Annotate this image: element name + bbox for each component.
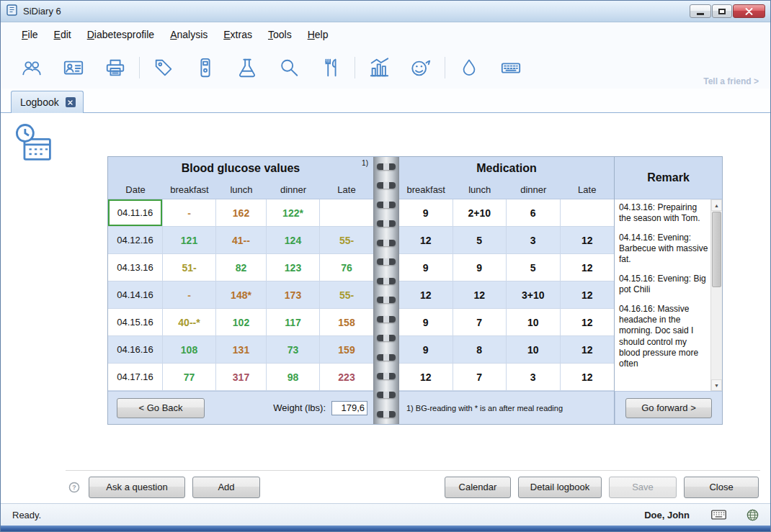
- bg-value-cell[interactable]: 158: [320, 309, 373, 336]
- bg-value-cell[interactable]: 148*: [216, 281, 267, 309]
- bg-value-cell[interactable]: 76: [320, 254, 373, 281]
- date-cell[interactable]: 04.16.16: [108, 336, 163, 364]
- bg-value-cell[interactable]: 51-: [163, 254, 216, 281]
- med-value-cell[interactable]: 12: [561, 281, 615, 309]
- printer-icon[interactable]: [103, 55, 128, 80]
- bg-value-cell[interactable]: 102: [216, 309, 267, 336]
- bg-value-cell[interactable]: 40--*: [163, 309, 216, 336]
- smiley-icon[interactable]: [409, 55, 433, 80]
- date-cell[interactable]: 04.17.16: [108, 364, 163, 391]
- help-icon[interactable]: ?: [68, 482, 80, 493]
- remark-scrollbar[interactable]: ▲ ▼: [710, 199, 722, 391]
- add-button[interactable]: Add: [192, 477, 260, 498]
- bg-value-cell[interactable]: 124: [267, 227, 320, 254]
- date-cell[interactable]: 04.11.16: [108, 199, 163, 227]
- bg-value-cell[interactable]: 173: [267, 281, 320, 309]
- bg-value-cell[interactable]: 55-: [320, 227, 373, 254]
- med-value-cell[interactable]: 3: [507, 227, 561, 254]
- menu-item-analysis[interactable]: Analysis: [162, 25, 215, 44]
- bg-value-cell[interactable]: -: [163, 281, 216, 309]
- scrollbar-thumb[interactable]: [712, 212, 721, 287]
- med-value-cell[interactable]: 12: [399, 227, 453, 254]
- date-cell[interactable]: 04.15.16: [108, 309, 163, 336]
- bg-value-cell[interactable]: 121: [163, 227, 216, 254]
- go-forward-button[interactable]: Go forward >: [625, 398, 712, 418]
- med-value-cell[interactable]: 10: [507, 336, 561, 364]
- med-value-cell[interactable]: 10: [507, 309, 561, 336]
- bg-value-cell[interactable]: 159: [320, 336, 373, 364]
- med-value-cell[interactable]: 12: [399, 364, 453, 391]
- weight-input[interactable]: [331, 401, 367, 415]
- med-value-cell[interactable]: 12: [561, 254, 615, 281]
- tab-logbook[interactable]: Logbook: [11, 91, 84, 113]
- med-value-cell[interactable]: 12: [561, 364, 615, 391]
- bg-value-cell[interactable]: 73: [267, 336, 320, 364]
- clock-calendar-icon[interactable]: [14, 123, 54, 166]
- med-value-cell[interactable]: 5: [453, 227, 507, 254]
- bg-value-cell[interactable]: 108: [163, 336, 216, 364]
- med-value-cell[interactable]: 12: [561, 227, 615, 254]
- scroll-up-icon[interactable]: ▲: [711, 199, 722, 211]
- bg-value-cell[interactable]: 77: [163, 364, 216, 391]
- device-icon[interactable]: [193, 55, 218, 80]
- bg-value-cell[interactable]: 317: [216, 364, 267, 391]
- med-value-cell[interactable]: 9: [453, 254, 507, 281]
- close-window-button[interactable]: [733, 4, 765, 18]
- minimize-button[interactable]: [690, 4, 711, 18]
- statistics-icon[interactable]: [367, 55, 391, 80]
- calendar-button[interactable]: Calendar: [445, 477, 511, 498]
- bg-value-cell[interactable]: 98: [267, 364, 320, 391]
- med-value-cell[interactable]: 7: [453, 309, 507, 336]
- menu-item-edit[interactable]: Edit: [46, 25, 79, 44]
- med-value-cell[interactable]: 8: [453, 336, 507, 364]
- remark-panel[interactable]: 04.13.16: Prepairing the season with Tom…: [615, 199, 722, 391]
- med-value-cell[interactable]: 2+10: [453, 199, 507, 227]
- menu-item-file[interactable]: File: [14, 25, 46, 44]
- bg-value-cell[interactable]: -: [163, 199, 216, 227]
- med-value-cell[interactable]: 3: [507, 364, 561, 391]
- tell-a-friend-link[interactable]: Tell a friend >: [703, 76, 759, 86]
- bg-value-cell[interactable]: 55-: [320, 281, 373, 309]
- med-value-cell[interactable]: 9: [399, 254, 453, 281]
- water-drop-icon[interactable]: [457, 55, 481, 80]
- nutrition-icon[interactable]: [318, 55, 343, 80]
- keyboard-status-icon[interactable]: [711, 510, 726, 520]
- bg-value-cell[interactable]: 117: [267, 309, 320, 336]
- med-value-cell[interactable]: 6: [507, 199, 561, 227]
- tag-icon[interactable]: [151, 55, 176, 80]
- search-icon[interactable]: [277, 55, 301, 80]
- bg-value-cell[interactable]: 123: [267, 254, 320, 281]
- save-button[interactable]: Save: [609, 477, 677, 498]
- menu-item-help[interactable]: Help: [300, 25, 337, 44]
- menu-item-tools[interactable]: Tools: [260, 25, 300, 44]
- users-icon[interactable]: [19, 55, 44, 80]
- med-value-cell[interactable]: [561, 199, 615, 227]
- bg-value-cell[interactable]: [320, 199, 373, 227]
- contact-card-icon[interactable]: [61, 55, 86, 80]
- flask-icon[interactable]: [235, 55, 259, 80]
- menu-item-diabetesprofile[interactable]: Diabetesprofile: [79, 25, 162, 44]
- bg-value-cell[interactable]: 223: [320, 364, 373, 391]
- scroll-down-icon[interactable]: ▼: [711, 379, 722, 391]
- med-value-cell[interactable]: 12: [561, 309, 615, 336]
- med-value-cell[interactable]: 12: [561, 336, 615, 364]
- med-value-cell[interactable]: 5: [507, 254, 561, 281]
- date-cell[interactable]: 04.13.16: [108, 254, 163, 281]
- med-value-cell[interactable]: 9: [399, 336, 453, 364]
- keyboard-icon[interactable]: [499, 55, 523, 80]
- menu-item-extras[interactable]: Extras: [215, 25, 260, 44]
- med-value-cell[interactable]: 7: [453, 364, 507, 391]
- scrollbar-track[interactable]: [711, 211, 722, 379]
- bg-value-cell[interactable]: 162: [216, 199, 267, 227]
- med-value-cell[interactable]: 12: [453, 281, 507, 309]
- bg-value-cell[interactable]: 131: [216, 336, 267, 364]
- close-button[interactable]: Close: [684, 477, 759, 498]
- globe-icon[interactable]: [747, 509, 759, 521]
- med-value-cell[interactable]: 9: [399, 309, 453, 336]
- date-cell[interactable]: 04.12.16: [108, 227, 163, 254]
- bg-value-cell[interactable]: 122*: [267, 199, 320, 227]
- maximize-button[interactable]: [712, 4, 732, 18]
- titlebar[interactable]: SiDiary 6: [1, 1, 770, 22]
- med-value-cell[interactable]: 12: [399, 281, 453, 309]
- date-cell[interactable]: 04.14.16: [108, 281, 163, 309]
